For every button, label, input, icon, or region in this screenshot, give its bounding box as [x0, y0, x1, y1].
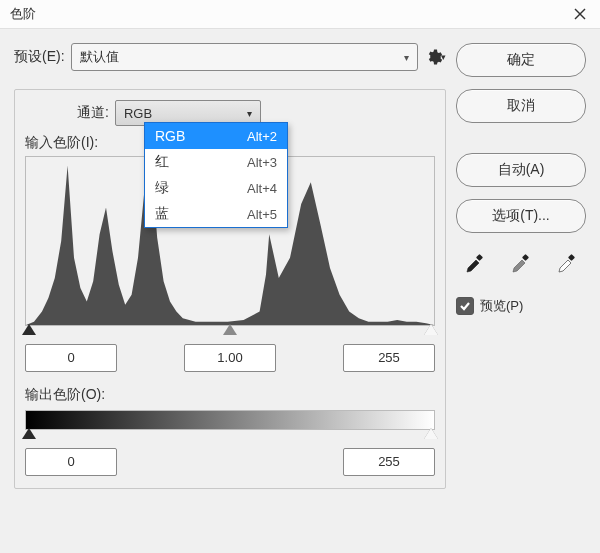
output-gradient — [25, 410, 435, 430]
input-shadow-slider[interactable] — [22, 324, 36, 335]
eyedropper-black-icon — [462, 252, 488, 276]
check-icon — [459, 300, 471, 312]
channel-dropdown[interactable]: RGBAlt+2红Alt+3绿Alt+4蓝Alt+5 — [144, 122, 288, 228]
channel-option[interactable]: 绿Alt+4 — [145, 175, 287, 201]
channel-option-label: 蓝 — [155, 205, 169, 223]
eyedropper-white-button[interactable] — [548, 249, 586, 279]
options-button[interactable]: 选项(T)... — [456, 199, 586, 233]
channel-option[interactable]: RGBAlt+2 — [145, 123, 287, 149]
preset-value: 默认值 — [80, 48, 119, 66]
channel-option[interactable]: 红Alt+3 — [145, 149, 287, 175]
close-button[interactable] — [566, 2, 594, 26]
ok-button[interactable]: 确定 — [456, 43, 586, 77]
eyedropper-black-button[interactable] — [456, 249, 494, 279]
svg-rect-4 — [522, 254, 529, 261]
output-slider-track — [26, 419, 434, 431]
output-values-row: 0 255 — [25, 448, 435, 476]
output-levels-label: 输出色阶(O): — [25, 386, 435, 404]
chevron-down-icon: ▾ — [247, 108, 252, 119]
channel-option-label: 绿 — [155, 179, 169, 197]
cancel-button[interactable]: 取消 — [456, 89, 586, 123]
eyedropper-gray-icon — [508, 252, 534, 276]
input-shadow-field[interactable]: 0 — [25, 344, 117, 372]
channel-option-shortcut: Alt+2 — [247, 129, 277, 144]
levels-dialog: 色阶 预设(E): 默认值 ▾ ▾ — [0, 0, 600, 553]
sidebar: 确定 取消 自动(A) 选项(T)... — [456, 43, 586, 539]
input-highlight-field[interactable]: 255 — [343, 344, 435, 372]
output-low-slider[interactable] — [22, 428, 36, 439]
channel-option-shortcut: Alt+4 — [247, 181, 277, 196]
preview-label: 预览(P) — [480, 297, 523, 315]
svg-rect-3 — [476, 254, 483, 261]
channel-option-label: 红 — [155, 153, 169, 171]
output-high-slider[interactable] — [424, 428, 438, 439]
input-highlight-slider[interactable] — [424, 324, 438, 335]
eyedropper-row — [456, 249, 586, 279]
levels-group: 通道: RGB ▾ 输入色阶(I): — [14, 89, 446, 489]
channel-option-shortcut: Alt+5 — [247, 207, 277, 222]
preset-combo[interactable]: 默认值 ▾ — [71, 43, 418, 71]
preset-menu-button[interactable]: ▾ — [424, 46, 446, 68]
output-low-field[interactable]: 0 — [25, 448, 117, 476]
gear-menu-caret: ▾ — [441, 52, 446, 62]
titlebar: 色阶 — [0, 0, 600, 29]
preview-row: 预览(P) — [456, 297, 586, 315]
eyedropper-gray-button[interactable] — [502, 249, 540, 279]
window-title: 色阶 — [10, 5, 36, 23]
channel-value: RGB — [124, 106, 152, 121]
auto-button[interactable]: 自动(A) — [456, 153, 586, 187]
eyedropper-white-icon — [554, 252, 580, 276]
input-midtone-field[interactable]: 1.00 — [184, 344, 276, 372]
channel-label: 通道: — [77, 104, 109, 122]
channel-option-shortcut: Alt+3 — [247, 155, 277, 170]
close-icon — [574, 8, 586, 20]
channel-option-label: RGB — [155, 128, 185, 144]
preset-row: 预设(E): 默认值 ▾ ▾ — [14, 43, 446, 71]
input-values-row: 0 1.00 255 — [25, 344, 435, 372]
input-slider-track — [26, 315, 434, 327]
channel-option[interactable]: 蓝Alt+5 — [145, 201, 287, 227]
chevron-down-icon: ▾ — [404, 52, 409, 63]
preset-label: 预设(E): — [14, 48, 65, 66]
preview-checkbox[interactable] — [456, 297, 474, 315]
input-midtone-slider[interactable] — [223, 324, 237, 335]
output-high-field[interactable]: 255 — [343, 448, 435, 476]
svg-rect-5 — [568, 254, 575, 261]
